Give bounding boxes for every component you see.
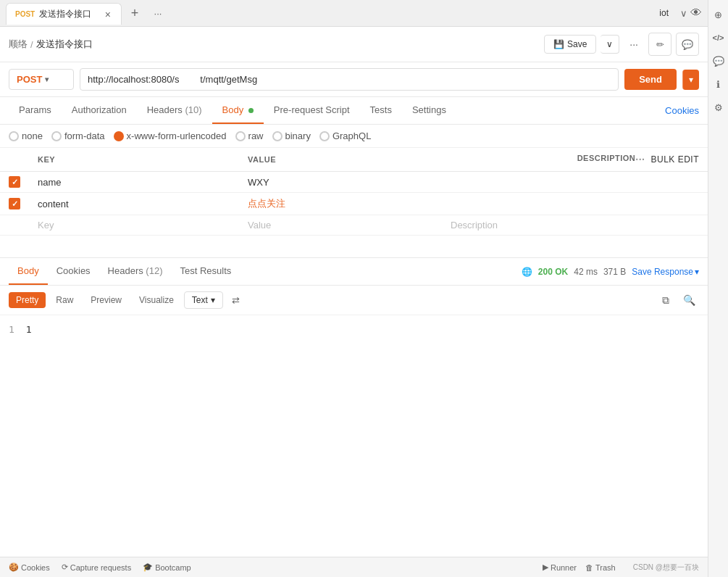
request-tabs-bar: Params Authorization Headers (10) Body P…	[0, 97, 708, 125]
response-tab-headers[interactable]: Headers (12)	[99, 258, 172, 285]
tab-close-button[interactable]: ×	[104, 9, 112, 20]
tab-tests[interactable]: Tests	[360, 97, 402, 124]
row2-value[interactable]: 点点关注	[248, 198, 285, 209]
toolbar-actions: 💾 Save ∨ ··· ✏ 💬	[544, 33, 699, 56]
row1-check-cell: ✓	[0, 172, 29, 193]
format-preview-button[interactable]: Preview	[83, 292, 129, 308]
tab-params-label: Params	[19, 104, 51, 115]
tab-headers-label: Headers (10)	[147, 104, 202, 115]
breadcrumb-root: 顺络	[9, 38, 28, 51]
empty-value-cell: Value	[239, 215, 442, 236]
edit-icon: ✏	[656, 39, 664, 50]
row1-value-cell: WXY	[239, 172, 442, 193]
col-check	[0, 148, 29, 172]
send-dropdown-button[interactable]: ▾	[682, 70, 699, 90]
active-tab[interactable]: POST 发送指令接口 ×	[6, 3, 122, 25]
row2-desc-cell	[442, 193, 708, 215]
sidebar-icon-info[interactable]: ℹ	[710, 75, 727, 93]
table-more-icon[interactable]: ···	[635, 154, 645, 165]
tab-params[interactable]: Params	[9, 97, 62, 124]
method-value: POST	[17, 74, 42, 85]
tab-title: 发送指令接口	[39, 8, 99, 20]
right-sidebar: ⊕ </> 💬 ℹ ⚙	[708, 0, 728, 402]
radio-graphql[interactable]: GraphQL	[319, 130, 371, 141]
empty-check-cell	[0, 215, 29, 236]
row1-desc-cell	[442, 172, 708, 193]
main-content: POST 发送指令接口 × + ··· iot ∨ 👁 顺络 / 发送指令接口 …	[0, 0, 708, 402]
more-button[interactable]: ···	[624, 35, 644, 54]
tab-eye-button[interactable]: 👁	[690, 7, 702, 20]
row1-value[interactable]: WXY	[248, 177, 269, 188]
radio-formdata-circle	[51, 131, 62, 141]
format-visualize-button[interactable]: Visualize	[132, 292, 181, 308]
tab-dropdown-button[interactable]: ∨	[680, 8, 687, 19]
response-tab-body[interactable]: Body	[9, 258, 48, 285]
sidebar-icon-settings[interactable]: ⚙	[710, 99, 727, 116]
response-tab-headers-label: Headers (12)	[108, 265, 163, 276]
tab-settings[interactable]: Settings	[402, 97, 456, 124]
empty-desc-placeholder[interactable]: Description	[451, 220, 498, 231]
request-body-spacer	[0, 236, 708, 257]
tab-settings-label: Settings	[412, 104, 446, 115]
tab-iot-label[interactable]: iot	[650, 5, 677, 21]
row1-checkbox[interactable]: ✓	[9, 176, 20, 188]
radio-binary[interactable]: binary	[272, 130, 311, 141]
row2-key[interactable]: content	[38, 199, 69, 209]
text-format-dropdown[interactable]: Text ▾	[184, 291, 223, 309]
row1-key[interactable]: name	[38, 177, 62, 188]
response-section: Body Cookies Headers (12) Test Results 🌐…	[0, 257, 708, 402]
row2-checkbox[interactable]: ✓	[9, 198, 20, 209]
radio-form-data[interactable]: form-data	[51, 130, 105, 141]
radio-urlencoded-label: x-www-form-urlencoded	[127, 130, 227, 141]
save-button[interactable]: 💾 Save	[544, 35, 596, 54]
method-select[interactable]: POST ▾	[9, 69, 74, 90]
response-tab-cookies[interactable]: Cookies	[48, 258, 99, 285]
copy-response-button[interactable]: ⧉	[656, 290, 676, 310]
tab-more-button[interactable]: ···	[148, 3, 168, 23]
tab-prerequest-label: Pre-request Script	[274, 104, 350, 115]
tab-headers[interactable]: Headers (10)	[137, 97, 212, 124]
save-response-caret: ▾	[695, 267, 699, 277]
format-pretty-button[interactable]: Pretty	[9, 292, 46, 308]
row2-key-cell: content	[29, 193, 239, 215]
response-content: 1	[26, 324, 32, 335]
url-input[interactable]	[80, 68, 619, 91]
save-dropdown-button[interactable]: ∨	[601, 35, 619, 54]
comment-button[interactable]: 💬	[676, 33, 699, 56]
radio-raw-label: raw	[248, 130, 264, 141]
response-tab-tests[interactable]: Test Results	[171, 258, 240, 285]
radio-raw[interactable]: raw	[235, 130, 264, 141]
empty-value-placeholder[interactable]: Value	[248, 220, 271, 231]
search-response-button[interactable]: 🔍	[679, 290, 699, 310]
format-bar: Pretty Raw Preview Visualize Text ▾ ⇄ ⧉	[0, 286, 708, 315]
radio-graphql-label: GraphQL	[332, 130, 371, 141]
send-button[interactable]: Send	[624, 69, 677, 90]
format-visualize-label: Visualize	[139, 295, 174, 305]
body-type-bar: none form-data x-www-form-urlencoded raw…	[0, 125, 708, 148]
radio-urlencoded[interactable]: x-www-form-urlencoded	[114, 130, 227, 141]
status-time: 42 ms	[574, 267, 598, 277]
radio-none[interactable]: none	[9, 130, 43, 141]
format-pretty-label: Pretty	[16, 295, 38, 305]
sidebar-icon-new[interactable]: ⊕	[710, 6, 727, 23]
breadcrumb-current: 发送指令接口	[36, 38, 93, 51]
save-response-button[interactable]: Save Response ▾	[632, 267, 699, 277]
status-code: 200 OK	[538, 267, 568, 277]
empty-key-placeholder[interactable]: Key	[38, 220, 54, 231]
wrap-lines-button[interactable]: ⇄	[226, 290, 246, 310]
sidebar-icon-comment[interactable]: 💬	[710, 52, 727, 70]
tab-body[interactable]: Body	[212, 97, 264, 124]
sidebar-icon-code[interactable]: </>	[710, 29, 727, 46]
format-raw-button[interactable]: Raw	[49, 292, 80, 308]
cookies-link[interactable]: Cookies	[665, 105, 699, 116]
tab-authorization[interactable]: Authorization	[62, 97, 137, 124]
status-size: 371 B	[603, 267, 626, 277]
format-preview-label: Preview	[91, 295, 122, 305]
send-label: Send	[639, 74, 662, 85]
new-tab-button[interactable]: +	[125, 3, 145, 23]
edit-button[interactable]: ✏	[648, 33, 671, 56]
params-table: KEY VALUE DESCRIPTION ··· Bulk Edit	[0, 148, 708, 236]
tab-prerequest[interactable]: Pre-request Script	[264, 97, 360, 124]
col-description: DESCRIPTION ··· Bulk Edit	[442, 148, 708, 172]
bulk-edit-button[interactable]: Bulk Edit	[650, 154, 699, 165]
